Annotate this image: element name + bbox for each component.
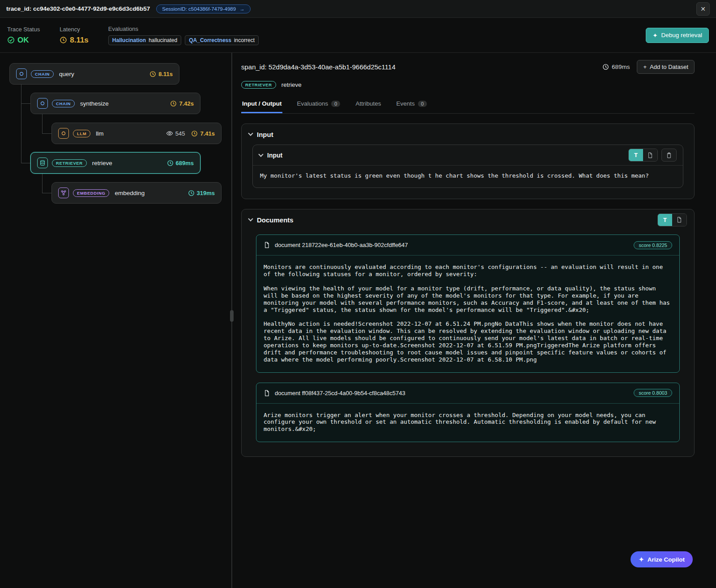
document-paragraph: When viewing the health of your model fo… — [264, 285, 672, 313]
latency-label: Latency — [60, 26, 89, 33]
span-latency: 7.42s — [170, 100, 194, 107]
span-latency: 689ms — [167, 160, 194, 166]
input-section-header[interactable]: Input — [242, 124, 694, 145]
clock-icon — [149, 71, 156, 77]
clock-icon — [170, 100, 177, 107]
embedding-icon — [58, 187, 69, 198]
tree-row-retrieve[interactable]: RETRIEVER retrieve 689ms — [30, 152, 200, 174]
clock-icon — [167, 160, 174, 166]
clipboard-icon — [666, 152, 672, 158]
trace-topbar: trace_id: cc94e302-c0e0-4477-92d9-e9c6d3… — [0, 0, 716, 18]
span-kind-row: RETRIEVER retrieve — [241, 81, 695, 89]
document-id: document ff08f437-25cd-4a00-9b54-cf8ca48… — [275, 390, 405, 396]
document-icon — [264, 390, 270, 396]
input-section: Input Input T — [241, 124, 695, 199]
close-button[interactable]: ✕ — [696, 2, 710, 16]
clock-icon — [188, 190, 195, 196]
tree-row-embedding[interactable]: EMBEDDING embedding 319ms — [51, 182, 222, 204]
span-kind-badge: EMBEDDING — [73, 189, 109, 197]
chain-icon — [16, 68, 27, 79]
sparkle-icon: ✦ — [639, 556, 644, 563]
qa-correctness-eval-badge[interactable]: QA_Correctness incorrect — [185, 35, 259, 45]
text-view-toggle[interactable]: T — [658, 214, 672, 226]
input-section-body: Input T — [242, 145, 694, 199]
document-score-badge: score 0.8225 — [634, 241, 672, 249]
document-card: document ff08f437-25cd-4a00-9b54-cf8ca48… — [256, 383, 680, 443]
span-latency: 319ms — [188, 190, 215, 196]
session-id-badge[interactable]: SessionID: c504386f-7479-4989 → — [156, 4, 250, 13]
eval-value: hallucinated — [149, 37, 177, 43]
tab-attributes[interactable]: Attributes — [354, 96, 382, 113]
span-name: synthesize — [80, 100, 109, 107]
document-content: Monitors are continuously evaluated acco… — [256, 256, 679, 372]
span-name: embedding — [115, 190, 145, 196]
documents-section-title: Documents — [257, 216, 294, 224]
input-value-title: Input — [267, 152, 282, 159]
evaluations-label: Evaluations — [108, 26, 259, 32]
trace-status-group: Trace Status OK — [7, 26, 40, 45]
tree-connector — [21, 103, 30, 104]
eval-value: incorrect — [234, 37, 255, 43]
latency-value: 8.11s — [60, 36, 89, 45]
file-text-icon — [647, 152, 653, 158]
clock-icon — [602, 64, 609, 70]
trace-summary-bar: Trace Status OK Latency 8.11s Evaluation… — [0, 18, 716, 53]
span-kind-badge: CHAIN — [52, 100, 75, 107]
check-circle-icon — [7, 36, 15, 44]
documents-section-body: document 218722ee-61eb-40b0-aa3b-902cfdf… — [242, 230, 694, 456]
documents-section-header[interactable]: Documents T — [242, 209, 694, 230]
input-value-header[interactable]: Input T — [253, 145, 683, 166]
span-name: query — [59, 71, 74, 77]
text-view-toggle[interactable]: T — [629, 149, 643, 161]
tab-events[interactable]: Events 0 — [395, 96, 427, 113]
add-to-dataset-button[interactable]: + Add to Dataset — [637, 60, 695, 74]
eye-icon — [166, 130, 173, 137]
span-latency: 689ms — [602, 64, 630, 70]
json-view-toggle[interactable] — [672, 214, 686, 226]
tab-evaluations[interactable]: Evaluations 0 — [296, 96, 341, 113]
tree-row-synthesize[interactable]: CHAIN synthesize 7.42s — [30, 93, 200, 114]
document-score-badge: score 0.8003 — [634, 389, 672, 397]
document-card-header[interactable]: document 218722ee-61eb-40b0-aa3b-902cfdf… — [256, 235, 679, 256]
copy-button[interactable] — [661, 149, 677, 162]
documents-section: Documents T document 218722ee-61eb-40b — [241, 209, 695, 457]
span-kind-badge: CHAIN — [31, 70, 54, 78]
span-kind-badge: RETRIEVER — [52, 159, 87, 167]
chevron-down-icon — [248, 217, 253, 222]
eval-name: QA_Correctness — [189, 37, 231, 43]
close-icon: ✕ — [700, 5, 706, 13]
tree-connector — [21, 163, 30, 163]
trace-id-label: trace_id: cc94e302-c0e0-4477-92d9-e9c6d3… — [6, 5, 150, 12]
tab-input-output[interactable]: Input / Output — [241, 96, 282, 113]
document-icon — [264, 242, 270, 248]
span-kind-badge: RETRIEVER — [241, 81, 276, 89]
main-split: CHAIN query 8.11s CHAIN synthesize 7.42s — [0, 53, 716, 588]
token-count: 545 — [166, 130, 185, 137]
chevron-down-icon — [258, 152, 263, 157]
llm-icon — [58, 128, 69, 139]
view-mode-toggle: T — [628, 149, 658, 162]
json-view-toggle[interactable] — [643, 149, 657, 161]
arize-copilot-button[interactable]: ✦ Arize Copilot — [631, 551, 693, 567]
session-id-text: SessionID: c504386f-7479-4989 — [162, 6, 236, 12]
document-paragraph: Monitors are continuously evaluated acco… — [264, 264, 672, 278]
tree-connector — [21, 85, 21, 163]
span-name: retrieve — [92, 160, 112, 166]
debug-retrieval-button[interactable]: ✦ Debug retrieval — [646, 28, 709, 43]
span-latency: 8.11s — [149, 71, 173, 77]
span-detail-header: span_id: 52d9da4a-3d53-40ae-a5b1-9666d25… — [241, 60, 695, 74]
view-mode-toggle: T — [657, 213, 687, 226]
span-detail-panel: span_id: 52d9da4a-3d53-40ae-a5b1-9666d25… — [232, 53, 716, 588]
document-card-header[interactable]: document ff08f437-25cd-4a00-9b54-cf8ca48… — [256, 383, 679, 404]
tree-connector — [42, 193, 51, 193]
retriever-icon — [37, 158, 48, 168]
tree-row-query[interactable]: CHAIN query 8.11s — [9, 63, 179, 85]
arrow-right-icon: → — [239, 6, 245, 12]
chain-icon — [37, 98, 48, 109]
tree-row-llm[interactable]: LLM llm 545 7.41s — [51, 123, 222, 144]
detail-tabs: Input / Output Evaluations 0 Attributes … — [241, 96, 695, 114]
trace-status-label: Trace Status — [7, 26, 40, 33]
hallucination-eval-badge[interactable]: Hallucination hallucinated — [108, 35, 181, 45]
trace-status-value: OK — [7, 36, 40, 45]
evaluations-group: Evaluations Hallucination hallucinated Q… — [108, 26, 259, 45]
